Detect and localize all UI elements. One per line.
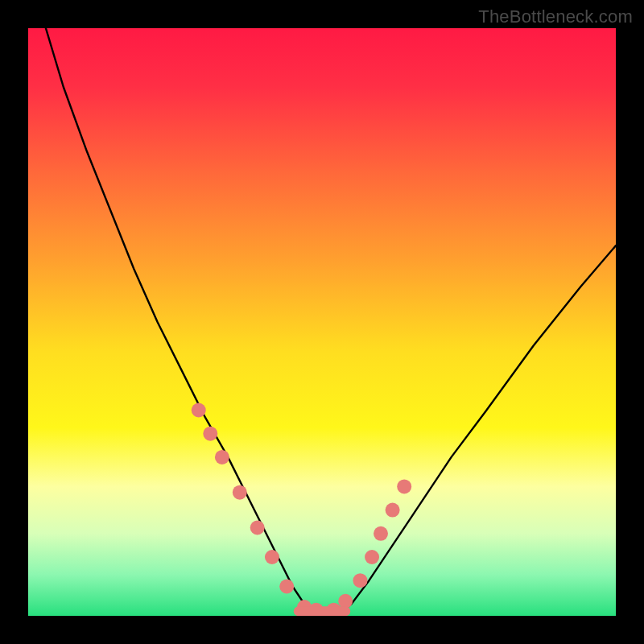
gradient-rect <box>28 28 616 616</box>
curve-markers-point <box>338 594 353 609</box>
curve-markers-point <box>374 526 388 541</box>
chart-svg <box>28 28 616 616</box>
curve-markers-point <box>215 450 229 464</box>
curve-markers-point <box>397 479 411 493</box>
curve-markers-point <box>353 573 367 588</box>
curve-markers-point <box>365 550 379 564</box>
curve-markers-point <box>386 503 400 518</box>
curve-markers-point <box>192 403 206 418</box>
curve-markers-point <box>203 427 217 441</box>
curve-markers-point <box>250 521 265 535</box>
watermark-text: TheBottleneck.com <box>478 6 633 27</box>
curve-markers-point <box>265 550 279 564</box>
plot-area <box>28 28 616 616</box>
curve-markers-point <box>279 580 294 594</box>
chart-frame: TheBottleneck.com <box>0 0 644 644</box>
curve-markers-point <box>233 485 247 500</box>
